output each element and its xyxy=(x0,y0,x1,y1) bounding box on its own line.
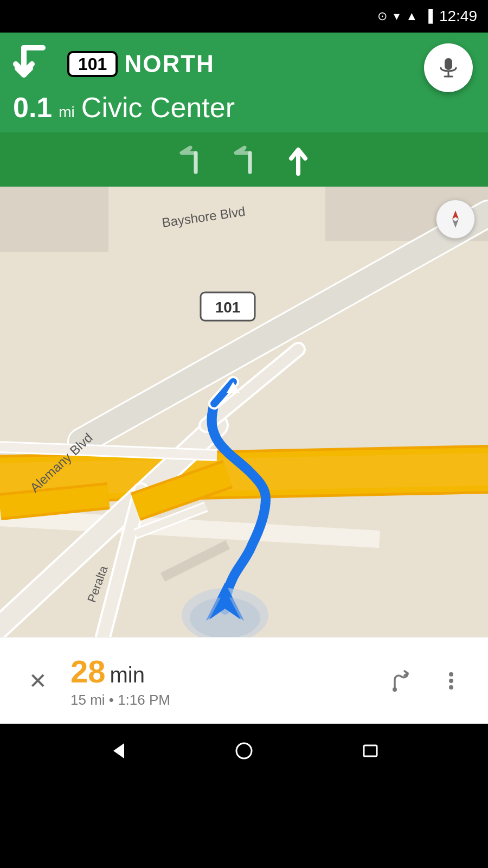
lane-left-turn-2 xyxy=(228,141,260,178)
eta-min-label: min xyxy=(110,663,145,687)
svg-marker-25 xyxy=(113,743,124,758)
lane-left-turn xyxy=(174,141,206,178)
eta-info: 28 min 15 mi • 1:16 PM xyxy=(54,653,386,709)
svg-rect-27 xyxy=(364,745,377,756)
clock: 12:49 xyxy=(439,8,477,25)
svg-point-24 xyxy=(449,685,453,690)
more-options-button[interactable] xyxy=(436,666,466,696)
svg-marker-19 xyxy=(452,210,459,219)
direction-text: NORTH xyxy=(124,50,214,78)
compass-button[interactable] xyxy=(436,200,475,239)
eta-time: 28 min xyxy=(70,653,386,690)
lane-straight xyxy=(282,141,314,178)
back-button[interactable] xyxy=(106,739,130,763)
close-icon: ✕ xyxy=(29,668,47,693)
mic-button[interactable] xyxy=(424,43,473,92)
map-svg: 101 Bayshore Blvd Alemany Blvd Peralta xyxy=(0,187,488,637)
recents-button[interactable] xyxy=(358,739,382,763)
bottom-actions xyxy=(386,666,466,696)
location-icon: ⊙ xyxy=(377,9,387,23)
svg-point-26 xyxy=(236,743,252,758)
home-button[interactable] xyxy=(232,739,256,763)
svg-point-22 xyxy=(449,672,453,676)
turn-arrow-icon xyxy=(13,42,56,86)
signal-icon: ▲ xyxy=(406,9,418,23)
recents-icon xyxy=(358,739,382,763)
distance-unit: mi xyxy=(59,104,75,121)
alternate-routes-icon xyxy=(389,669,413,693)
navigation-header: 101 NORTH 0.1 mi Civic Center xyxy=(0,33,488,132)
alternate-routes-button[interactable] xyxy=(386,666,416,696)
svg-text:101: 101 xyxy=(215,299,241,316)
highway-badge: 101 NORTH xyxy=(67,50,215,78)
more-options-icon xyxy=(439,669,463,693)
battery-icon: ▐ xyxy=(424,9,433,23)
map-area[interactable]: 101 Bayshore Blvd Alemany Blvd Peralta xyxy=(0,187,488,637)
svg-point-21 xyxy=(393,687,397,692)
wifi-icon: ▾ xyxy=(394,9,400,23)
android-nav-bar xyxy=(0,724,488,778)
highway-shield: 101 xyxy=(67,51,118,77)
compass-icon xyxy=(445,208,466,230)
status-bar: ⊙ ▾ ▲ ▐ 12:49 xyxy=(0,0,488,33)
home-icon xyxy=(232,739,256,763)
distance-row: 0.1 mi Civic Center xyxy=(13,91,475,124)
svg-point-23 xyxy=(449,679,453,683)
svg-marker-20 xyxy=(452,219,459,228)
eta-details: 15 mi • 1:16 PM xyxy=(70,692,386,709)
close-button[interactable]: ✕ xyxy=(22,665,54,697)
direction-row: 101 NORTH xyxy=(13,42,475,86)
eta-minutes: 28 xyxy=(70,653,106,690)
microphone-icon xyxy=(436,56,460,80)
back-icon xyxy=(106,739,130,763)
distance-value: 0.1 xyxy=(13,91,52,124)
svg-rect-0 xyxy=(445,58,452,70)
street-name: Civic Center xyxy=(81,91,235,124)
svg-rect-5 xyxy=(0,187,108,252)
lane-guidance xyxy=(0,132,488,187)
bottom-info-bar: ✕ 28 min 15 mi • 1:16 PM xyxy=(0,637,488,724)
